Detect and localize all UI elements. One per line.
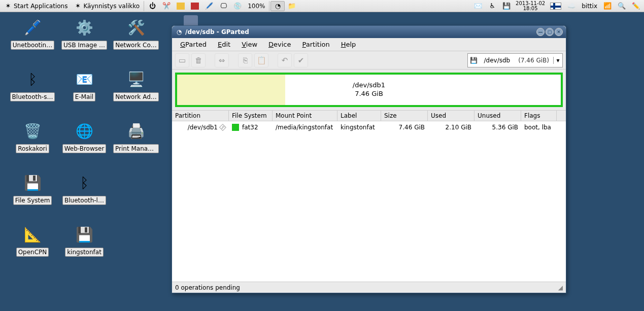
- separator: [269, 1, 269, 11]
- desktop-icon[interactable]: 💾File System: [9, 170, 56, 206]
- col-used[interactable]: Used: [428, 111, 474, 121]
- desktop-icon-label: E-Mail: [73, 92, 95, 101]
- partition-visual[interactable]: /dev/sdb1 7.46 GiB: [175, 73, 563, 107]
- col-mountpoint[interactable]: Mount Point: [273, 111, 337, 121]
- tray-mail[interactable]: ✉️: [471, 1, 485, 11]
- user-label: bittix: [582, 3, 597, 10]
- cell-unused: 5.36 GiB: [474, 124, 521, 131]
- desktop-icon[interactable]: 🖨️Print Manager: [113, 119, 159, 155]
- taskbar-window-gparted[interactable]: ◔: [270, 1, 285, 11]
- undo-button[interactable]: ↶: [278, 53, 292, 67]
- editor-icon: 🖊️: [205, 2, 213, 10]
- col-size[interactable]: Size: [381, 111, 428, 121]
- filemanager-tab-icon: [184, 15, 198, 26]
- delete-partition-button[interactable]: 🗑: [191, 53, 206, 67]
- copy-button[interactable]: ⎘: [238, 53, 252, 67]
- monitor-icon: 🖵: [219, 2, 227, 10]
- resize-grip-icon[interactable]: ◢: [558, 284, 563, 291]
- desktop-icon[interactable]: 🖊️Unetbootin…: [9, 15, 56, 51]
- desktop-icon-label: File System: [13, 196, 52, 205]
- col-unused[interactable]: Unused: [474, 111, 521, 121]
- menu-gparted[interactable]: GParted: [176, 40, 211, 49]
- app-icon: 💾: [72, 222, 96, 247]
- tray-wifi[interactable]: 📶: [600, 1, 615, 11]
- desktop-icon-label: Print Manager: [113, 144, 159, 153]
- menu-device[interactable]: Device: [264, 40, 295, 49]
- accessibility-icon: ♿: [488, 2, 496, 10]
- tray-search[interactable]: 🔍: [615, 1, 629, 11]
- start-menu-button[interactable]: ✶ Käynnistys valikko: [71, 1, 143, 11]
- titlebar[interactable]: ◔ /dev/sdb - GParted — ▢ ✕: [172, 26, 566, 38]
- fs-color-swatch: [232, 124, 239, 131]
- device-selector[interactable]: 💾 /dev/sdb (7.46 GiB) ▾: [467, 53, 563, 67]
- pen-icon: ✏️: [632, 2, 640, 10]
- quicklaunch-button[interactable]: [174, 1, 188, 11]
- col-flags[interactable]: Flags: [521, 111, 557, 121]
- status-text: 0 operations pending: [175, 284, 240, 291]
- drive-icon: 💾: [468, 57, 480, 64]
- apply-button[interactable]: ✔: [294, 53, 308, 67]
- cell-size: 7.46 GiB: [381, 124, 428, 131]
- desktop-icon[interactable]: ᛒBluetooth-s…: [9, 67, 56, 103]
- desktop-icon-label: Roskakori: [16, 144, 49, 153]
- desktop-icon[interactable]: 📐OpenCPN: [9, 222, 56, 258]
- new-partition-button[interactable]: ▭: [175, 53, 189, 67]
- desktop-icon[interactable]: 🌐Web-Browser: [61, 119, 108, 155]
- quicklaunch-button[interactable]: 🖊️: [202, 1, 216, 11]
- cell-fs: fat32: [242, 124, 258, 131]
- resize-button[interactable]: ⇔: [215, 53, 229, 67]
- desktop-icon[interactable]: 📧E-Mail: [61, 67, 108, 103]
- menu-view[interactable]: View: [238, 40, 261, 49]
- quicklaunch-button[interactable]: 💿: [230, 1, 245, 11]
- menu-help[interactable]: Help: [337, 40, 360, 49]
- col-label[interactable]: Label: [337, 111, 381, 121]
- menu-partition[interactable]: Partition: [298, 40, 334, 49]
- app-icon: [191, 3, 199, 10]
- start-label-2: Käynnistys valikko: [83, 3, 140, 10]
- tray-accessibility[interactable]: ♿: [485, 1, 499, 11]
- desktop-icon[interactable]: 💾kingstonfat: [61, 222, 108, 258]
- menu-edit[interactable]: Edit: [214, 40, 234, 49]
- col-partition[interactable]: Partition: [172, 111, 229, 121]
- tray-weather[interactable]: ☁️: [564, 1, 579, 11]
- terminal-icon: [177, 3, 185, 10]
- table-row[interactable]: /dev/sdb1 ⚿ fat32 /media/kingstonfat kin…: [172, 121, 566, 133]
- taskbar-window-filemanager[interactable]: 📁: [285, 1, 299, 11]
- clock[interactable]: 2013-11-02 18:05: [514, 1, 547, 11]
- app-icon: ᛒ: [20, 67, 45, 91]
- desktop-icon[interactable]: 🛠️Network Co…: [113, 15, 159, 51]
- desktop-icon[interactable]: 🖥️Network Ad…: [113, 67, 159, 103]
- desktop-icon[interactable]: 🗑️Roskakori: [9, 119, 56, 155]
- paste-button[interactable]: 📋: [254, 53, 268, 67]
- undo-icon: ↶: [282, 56, 288, 65]
- separator: [144, 1, 144, 11]
- start-applications-button[interactable]: ✶ Start Applications: [1, 1, 71, 11]
- quicklaunch-button[interactable]: [188, 1, 202, 11]
- desktop-icon-label: Web-Browser: [62, 144, 107, 153]
- close-button[interactable]: ✕: [555, 28, 563, 36]
- quit-icon: ⏻: [148, 2, 156, 10]
- col-filesystem[interactable]: File System: [229, 111, 273, 121]
- start-icon-2: ✶: [74, 2, 82, 10]
- desktop-icon[interactable]: ⚙️USB Image …: [61, 15, 108, 51]
- chevron-down-icon[interactable]: ▾: [553, 57, 562, 64]
- start-icon: ✶: [4, 2, 12, 10]
- clock-time: 18:05: [516, 6, 545, 11]
- tray-edit[interactable]: ✏️: [629, 1, 643, 11]
- desktop-icon-label: Unetbootin…: [11, 41, 54, 50]
- quicklaunch-button[interactable]: 🖵: [216, 1, 230, 11]
- tray-flag[interactable]: [547, 1, 564, 11]
- tray-disk[interactable]: 💾: [499, 1, 514, 11]
- disk-icon: 💿: [233, 2, 242, 10]
- tray-user[interactable]: bittix: [579, 1, 600, 11]
- maximize-button[interactable]: ▢: [546, 28, 554, 36]
- quicklaunch-button[interactable]: ⏻: [145, 1, 159, 11]
- app-icon: ⚙️: [72, 15, 96, 40]
- minimize-button[interactable]: —: [536, 28, 545, 36]
- menubar: GParted Edit View Device Partition Help: [172, 38, 566, 51]
- quicklaunch-button[interactable]: ✂️: [159, 1, 174, 11]
- gparted-icon: ◔: [274, 2, 282, 10]
- start-label: Start Applications: [14, 3, 67, 10]
- desktop-icon[interactable]: ᛒBluetooth-l…: [61, 170, 108, 206]
- battery-indicator[interactable]: 100%: [245, 1, 268, 11]
